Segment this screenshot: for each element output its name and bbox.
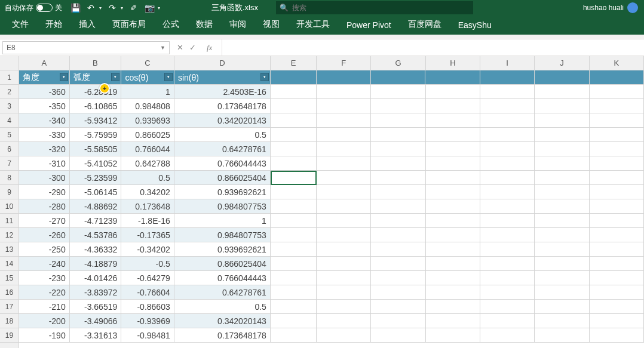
cell[interactable] (535, 70, 589, 85)
column-header-H[interactable]: H (426, 56, 480, 70)
cell[interactable]: -0.17365 (121, 228, 174, 242)
cell[interactable] (317, 242, 371, 257)
cell[interactable] (590, 285, 644, 300)
cell[interactable] (590, 257, 644, 271)
cell[interactable]: 0.642788 (121, 156, 174, 171)
row-header[interactable]: 13 (0, 242, 19, 257)
cell[interactable] (535, 242, 589, 257)
cell[interactable]: 0.984807753 (174, 228, 271, 242)
column-header-B[interactable]: B (70, 56, 122, 70)
cell[interactable] (317, 271, 371, 285)
cell[interactable] (480, 142, 535, 156)
cell[interactable]: 0.342020143 (174, 113, 271, 128)
cell[interactable] (426, 228, 480, 242)
cell[interactable] (535, 214, 589, 228)
cell[interactable] (371, 171, 425, 185)
cell[interactable] (535, 285, 589, 300)
cell[interactable] (590, 214, 644, 228)
cell[interactable] (480, 214, 535, 228)
cell[interactable] (480, 156, 535, 171)
cell[interactable]: 0.766044 (121, 142, 174, 156)
cell[interactable] (480, 242, 535, 257)
cell[interactable]: 0.64278761 (174, 285, 271, 300)
cell[interactable] (590, 156, 644, 171)
cell[interactable] (426, 328, 480, 343)
cell[interactable] (371, 70, 425, 85)
cell[interactable] (480, 314, 535, 328)
tab-公式[interactable]: 公式 (154, 16, 188, 35)
filter-icon[interactable]: ▾ (60, 73, 68, 81)
table-header-cell[interactable]: sin(θ)▾ (174, 70, 271, 85)
cell[interactable] (271, 171, 317, 185)
cell[interactable]: -360 (19, 85, 70, 99)
cell[interactable] (480, 185, 535, 199)
cell[interactable] (317, 257, 371, 271)
cell[interactable] (371, 156, 425, 171)
cell[interactable] (480, 85, 535, 99)
cell[interactable]: -250 (19, 242, 70, 257)
cell[interactable] (317, 99, 371, 113)
cell[interactable] (371, 271, 425, 285)
row-header[interactable]: 9 (0, 185, 19, 199)
filter-icon[interactable]: ▾ (164, 73, 173, 81)
row-header[interactable]: 15 (0, 271, 19, 285)
cell[interactable] (590, 171, 644, 185)
cell[interactable] (371, 99, 425, 113)
cell[interactable] (271, 242, 317, 257)
cell[interactable] (590, 70, 644, 85)
cell[interactable]: -200 (19, 314, 70, 328)
column-header-I[interactable]: I (480, 56, 535, 70)
cell[interactable] (426, 156, 480, 171)
cell[interactable] (271, 128, 317, 142)
cell[interactable]: 0.939692621 (174, 185, 271, 199)
cell[interactable]: -340 (19, 113, 70, 128)
cell[interactable] (371, 328, 425, 343)
cell[interactable]: -4.88692 (70, 199, 122, 214)
cell[interactable] (371, 185, 425, 199)
tab-插入[interactable]: 插入 (70, 16, 104, 35)
cell[interactable]: 0.766044443 (174, 271, 271, 285)
cell[interactable]: 1 (174, 214, 271, 228)
select-all-corner[interactable] (0, 56, 19, 70)
cell[interactable] (590, 328, 644, 343)
cell[interactable] (371, 142, 425, 156)
format-painter-icon[interactable]: ✐ (129, 3, 139, 13)
cell[interactable] (426, 271, 480, 285)
cell[interactable] (317, 214, 371, 228)
cell[interactable]: -220 (19, 285, 70, 300)
cell[interactable] (426, 199, 480, 214)
cell[interactable]: -190 (19, 328, 70, 343)
cell[interactable]: -290 (19, 185, 70, 199)
cell[interactable]: -260 (19, 228, 70, 242)
cell[interactable]: -3.83972 (70, 285, 122, 300)
cell[interactable] (317, 142, 371, 156)
cell[interactable] (271, 271, 317, 285)
cell[interactable] (480, 70, 535, 85)
tab-数据[interactable]: 数据 (188, 16, 221, 35)
cell[interactable] (535, 113, 589, 128)
cell[interactable] (426, 257, 480, 271)
cell[interactable]: -0.98481 (121, 328, 174, 343)
cell[interactable] (535, 99, 589, 113)
cell[interactable]: 0.866025 (121, 128, 174, 142)
row-header[interactable]: 1 (0, 70, 19, 85)
cell[interactable] (271, 285, 317, 300)
chevron-down-icon[interactable]: ▾ (158, 5, 160, 11)
cell[interactable]: -4.71239 (70, 214, 122, 228)
cell[interactable]: 0.173648178 (174, 99, 271, 113)
cell[interactable] (480, 285, 535, 300)
cell[interactable] (317, 300, 371, 314)
cell[interactable] (590, 128, 644, 142)
tab-文件[interactable]: 文件 (4, 16, 37, 35)
cell[interactable] (535, 128, 589, 142)
cell[interactable] (535, 228, 589, 242)
cell[interactable]: 0.342020143 (174, 314, 271, 328)
column-header-F[interactable]: F (317, 56, 371, 70)
cell[interactable] (371, 128, 425, 142)
cell[interactable]: -5.06145 (70, 185, 122, 199)
cell[interactable] (535, 156, 589, 171)
cell[interactable]: -4.18879 (70, 257, 122, 271)
cell[interactable] (271, 328, 317, 343)
cell[interactable] (317, 113, 371, 128)
save-icon[interactable]: 💾 (70, 3, 80, 13)
